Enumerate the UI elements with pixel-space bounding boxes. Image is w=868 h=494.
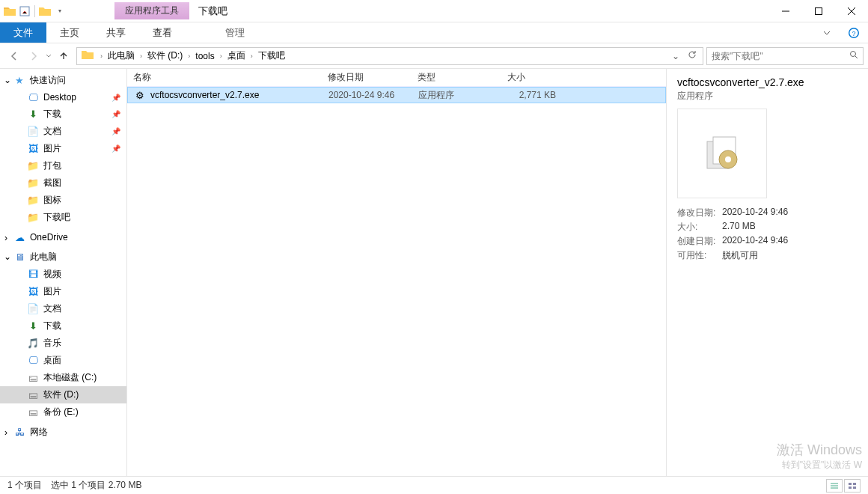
preview-pane: vcftocsvconverter_v2.7.exe 应用程序 修改日期:202… bbox=[666, 69, 868, 476]
pin-icon: 📌 bbox=[111, 127, 120, 135]
item-icon: 🖵 bbox=[27, 91, 39, 103]
column-name[interactable]: 名称 bbox=[127, 71, 322, 84]
forward-button[interactable] bbox=[24, 47, 43, 65]
preview-filetype: 应用程序 bbox=[677, 90, 858, 103]
navigation-pane: ⌄ ★ 快速访问 🖵Desktop📌⬇下载📌📄文档📌🖼图片📌📁打包📁截图📁图标📁… bbox=[0, 69, 127, 476]
ribbon-expand-icon[interactable] bbox=[814, 22, 840, 43]
location-folder-icon bbox=[82, 49, 95, 63]
crumb-current[interactable]: 下载吧 bbox=[255, 49, 288, 62]
sidebar-item[interactable]: ⬇下载 bbox=[0, 317, 126, 335]
sidebar-item[interactable]: ⬇下载📌 bbox=[0, 106, 126, 123]
item-icon: 📁 bbox=[27, 212, 39, 224]
crumb-drive[interactable]: 软件 (D:) bbox=[144, 49, 186, 62]
svg-point-12 bbox=[725, 156, 731, 162]
ribbon-tab-view[interactable]: 查看 bbox=[139, 22, 186, 43]
sidebar-item[interactable]: 🖴本地磁盘 (C:) bbox=[0, 369, 126, 386]
column-type[interactable]: 类型 bbox=[412, 71, 501, 84]
ribbon-tab-manage[interactable]: 管理 bbox=[212, 22, 258, 43]
chevron-right-icon[interactable]: › bbox=[186, 52, 192, 60]
sidebar-item[interactable]: 🖴软件 (D:) bbox=[0, 386, 126, 403]
sidebar-item[interactable]: 🖵桌面 bbox=[0, 352, 126, 369]
sidebar-quick-access[interactable]: ★ 快速访问 bbox=[0, 72, 126, 89]
close-button[interactable] bbox=[835, 0, 868, 22]
search-icon[interactable] bbox=[849, 50, 858, 61]
sidebar-network[interactable]: 🖧 网络 bbox=[0, 424, 126, 441]
column-headers: 名称 修改日期 类型 大小 bbox=[127, 69, 666, 87]
address-bar[interactable]: › 此电脑 › 软件 (D:) › tools › 桌面 › 下载吧 ⌄ bbox=[76, 47, 703, 65]
item-icon: ⬇ bbox=[27, 320, 39, 332]
chevron-down-icon[interactable]: ⌄ bbox=[4, 251, 11, 262]
properties-icon[interactable] bbox=[18, 4, 31, 18]
back-button[interactable] bbox=[4, 47, 24, 65]
file-date: 2020-10-24 9:46 bbox=[323, 90, 412, 100]
item-icon: 📄 bbox=[27, 303, 39, 315]
pin-icon: 📌 bbox=[111, 110, 120, 118]
svg-text:?: ? bbox=[852, 29, 855, 37]
crumb-thispc[interactable]: 此电脑 bbox=[105, 49, 138, 62]
preview-meta-row: 大小:2.70 MB bbox=[677, 220, 858, 234]
sidebar-item[interactable]: 📄文档 bbox=[0, 300, 126, 317]
sidebar-item[interactable]: 🎵音乐 bbox=[0, 335, 126, 352]
crumb-tools[interactable]: tools bbox=[192, 51, 217, 61]
sidebar-item[interactable]: 📁打包 bbox=[0, 157, 126, 174]
sidebar-item[interactable]: 🖵Desktop📌 bbox=[0, 89, 126, 106]
sidebar-onedrive[interactable]: ☁ OneDrive bbox=[0, 229, 126, 246]
folder-icon[interactable] bbox=[3, 4, 16, 18]
crumb-desktop[interactable]: 桌面 bbox=[224, 49, 248, 62]
view-large-button[interactable] bbox=[844, 479, 861, 493]
up-button[interactable] bbox=[54, 47, 73, 65]
chevron-right-icon[interactable]: › bbox=[98, 52, 105, 60]
maximize-button[interactable] bbox=[802, 0, 835, 22]
ribbon-file-tab[interactable]: 文件 bbox=[0, 22, 46, 43]
sidebar-item-label: 图片 bbox=[43, 285, 61, 298]
view-details-button[interactable] bbox=[826, 479, 843, 493]
titlebar: ▾ 应用程序工具 下载吧 bbox=[0, 0, 868, 22]
ribbon-tab-home[interactable]: 主页 bbox=[46, 22, 93, 43]
chevron-down-icon[interactable]: ⌄ bbox=[4, 75, 11, 85]
sidebar-item-label: 文档 bbox=[43, 302, 61, 315]
chevron-right-icon[interactable]: › bbox=[218, 52, 224, 60]
contextual-tab-label[interactable]: 应用程序工具 bbox=[114, 2, 189, 19]
svg-line-8 bbox=[855, 56, 858, 58]
file-name: vcftocsvconverter_v2.7.exe bbox=[150, 90, 259, 100]
sidebar-item[interactable]: 📁图标 bbox=[0, 192, 126, 209]
meta-value: 2020-10-24 9:46 bbox=[722, 207, 788, 219]
file-row[interactable]: ⚙vcftocsvconverter_v2.7.exe2020-10-24 9:… bbox=[127, 87, 666, 103]
status-selection: 选中 1 个项目 2.70 MB bbox=[51, 479, 141, 492]
svg-rect-16 bbox=[849, 483, 852, 485]
sidebar-item[interactable]: 🎞视频 bbox=[0, 266, 126, 283]
chevron-right-icon[interactable]: › bbox=[138, 52, 144, 60]
sidebar-item[interactable]: 📄文档📌 bbox=[0, 123, 126, 140]
sidebar-item[interactable]: 📁下载吧 bbox=[0, 209, 126, 226]
recent-dropdown[interactable] bbox=[43, 47, 54, 65]
chevron-right-icon[interactable]: › bbox=[248, 52, 255, 60]
window-title: 下载吧 bbox=[198, 4, 227, 18]
address-dropdown-icon[interactable]: ⌄ bbox=[668, 51, 683, 61]
sidebar-item[interactable]: 🖴备份 (E:) bbox=[0, 403, 126, 421]
sidebar-thispc[interactable]: 🖥 此电脑 bbox=[0, 248, 126, 266]
chevron-right-icon[interactable]: › bbox=[4, 233, 7, 243]
sidebar-item-label: 本地磁盘 (C:) bbox=[43, 371, 97, 384]
sidebar-item-label: 备份 (E:) bbox=[43, 406, 79, 418]
ribbon-tab-share[interactable]: 共享 bbox=[93, 22, 139, 43]
column-size[interactable]: 大小 bbox=[501, 71, 561, 84]
search-input[interactable] bbox=[712, 51, 849, 61]
item-icon: 🖴 bbox=[27, 406, 39, 418]
sidebar-item[interactable]: 📁截图 bbox=[0, 174, 126, 192]
column-date[interactable]: 修改日期 bbox=[322, 71, 412, 84]
svg-rect-2 bbox=[816, 7, 822, 14]
new-folder-icon[interactable] bbox=[38, 4, 52, 18]
sidebar-item[interactable]: 🖼图片 bbox=[0, 283, 126, 300]
exe-icon: ⚙ bbox=[134, 89, 146, 101]
sidebar-item-label: 文档 bbox=[43, 125, 61, 138]
refresh-icon[interactable] bbox=[683, 50, 701, 61]
file-list: 名称 修改日期 类型 大小 ⚙vcftocsvconverter_v2.7.ex… bbox=[127, 69, 666, 476]
qat-dropdown-icon[interactable]: ▾ bbox=[53, 4, 67, 18]
search-box[interactable] bbox=[706, 47, 864, 65]
chevron-right-icon[interactable]: › bbox=[4, 427, 7, 438]
minimize-button[interactable] bbox=[769, 0, 802, 22]
pin-icon: 📌 bbox=[111, 144, 120, 153]
sidebar-item[interactable]: 🖼图片📌 bbox=[0, 140, 126, 157]
help-icon[interactable]: ? bbox=[840, 22, 868, 43]
preview-meta-row: 创建日期:2020-10-24 9:46 bbox=[677, 234, 858, 248]
